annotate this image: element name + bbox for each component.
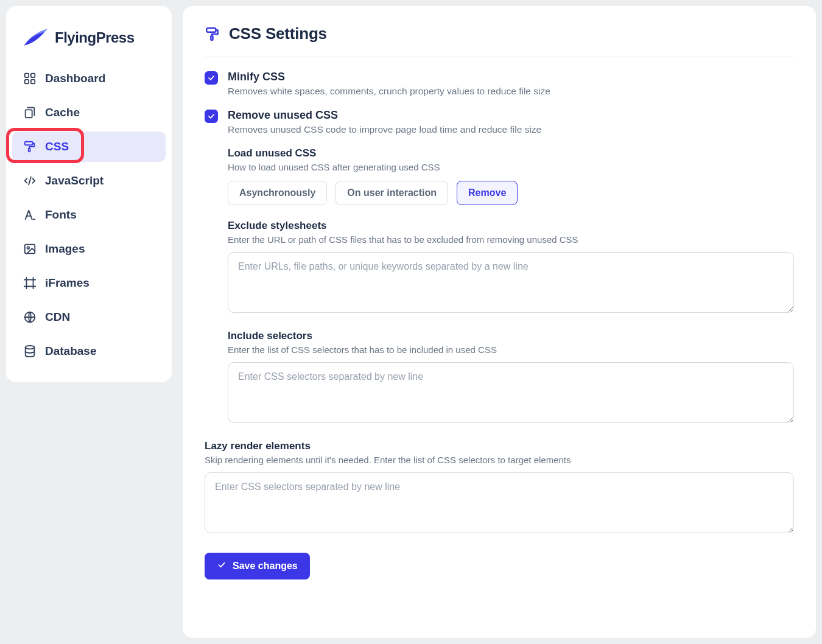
dashboard-icon — [23, 72, 37, 85]
svg-point-11 — [27, 247, 29, 249]
option-asynchronously[interactable]: Asynchronously — [228, 181, 327, 205]
svg-rect-20 — [211, 36, 213, 40]
sidebar-item-label: CDN — [45, 310, 70, 324]
setting-exclude-stylesheets: Exclude stylesheets Enter the URL or pat… — [228, 220, 794, 315]
sidebar-item-iframes[interactable]: iFrames — [12, 268, 166, 298]
include-selectors-textarea[interactable] — [228, 362, 794, 423]
cache-icon — [23, 106, 37, 119]
setting-body: Minify CSS Removes white spaces, comment… — [228, 71, 794, 97]
sidebar-item-database[interactable]: Database — [12, 336, 166, 366]
page-header: CSS Settings — [205, 24, 794, 57]
svg-rect-3 — [31, 80, 35, 83]
setting-include-selectors: Include selectors Enter the list of CSS … — [228, 330, 794, 425]
setting-title: Lazy render elements — [205, 440, 794, 452]
sidebar-item-dashboard[interactable]: Dashboard — [12, 63, 166, 94]
svg-rect-2 — [25, 80, 29, 83]
sidebar-item-javascript[interactable]: JavaScript — [12, 166, 166, 196]
flyingpress-logo-icon — [22, 26, 49, 50]
exclude-stylesheets-textarea[interactable] — [228, 252, 794, 313]
sub-setting-description: Enter the URL or path of CSS files that … — [228, 234, 794, 245]
svg-point-18 — [26, 346, 35, 349]
save-changes-button[interactable]: Save changes — [205, 553, 310, 579]
page-title: CSS Settings — [229, 24, 327, 43]
sidebar-item-label: Database — [45, 345, 97, 358]
brand-name: FlyingPress — [55, 29, 135, 46]
check-icon — [217, 560, 227, 572]
sidebar-item-label: Fonts — [45, 208, 77, 222]
sidebar-item-label: JavaScript — [45, 174, 104, 187]
sidebar-nav: Dashboard Cache CSS JavaScript Fo — [12, 63, 166, 366]
sidebar-item-label: Dashboard — [45, 72, 105, 85]
image-icon — [23, 242, 37, 256]
fonts-icon — [23, 208, 37, 222]
code-icon — [23, 174, 37, 187]
svg-line-7 — [29, 177, 31, 185]
svg-rect-5 — [25, 142, 33, 145]
setting-description: Removes unused CSS code to improve page … — [228, 124, 794, 135]
setting-minify-css: Minify CSS Removes white spaces, comment… — [205, 71, 794, 97]
save-button-label: Save changes — [233, 561, 298, 572]
remove-unused-css-checkbox[interactable] — [205, 110, 218, 123]
frame-icon — [23, 276, 37, 290]
paint-roller-icon — [23, 140, 37, 153]
brand-logo: FlyingPress — [12, 18, 166, 63]
sidebar-item-cache[interactable]: Cache — [12, 97, 166, 128]
sidebar-item-images[interactable]: Images — [12, 234, 166, 264]
sub-setting-description: Enter the list of CSS selectors that has… — [228, 345, 794, 355]
svg-rect-4 — [26, 110, 32, 117]
sub-setting-description: How to load unused CSS after generating … — [228, 162, 794, 172]
setting-lazy-render: Lazy render elements Skip rendering elem… — [205, 440, 794, 536]
svg-rect-0 — [25, 74, 29, 77]
globe-icon — [23, 310, 37, 324]
sidebar: FlyingPress Dashboard Cache CSS — [6, 6, 172, 382]
sidebar-item-label: Images — [45, 242, 85, 256]
sidebar-item-css[interactable]: CSS — [12, 131, 166, 162]
sidebar-item-label: Cache — [45, 106, 80, 119]
lazy-render-textarea[interactable] — [205, 472, 794, 533]
sub-setting-title: Include selectors — [228, 330, 794, 342]
option-remove[interactable]: Remove — [457, 181, 518, 205]
setting-title: Minify CSS — [228, 71, 794, 83]
setting-description: Skip rendering elements until it's neede… — [205, 455, 794, 465]
sub-setting-title: Exclude stylesheets — [228, 220, 794, 232]
sidebar-item-cdn[interactable]: CDN — [12, 302, 166, 332]
minify-css-checkbox[interactable] — [205, 71, 218, 85]
setting-description: Removes white spaces, comments, crunch p… — [228, 86, 794, 97]
sidebar-item-label: CSS — [45, 140, 69, 153]
sidebar-item-fonts[interactable]: Fonts — [12, 200, 166, 230]
load-unused-options: Asynchronously On user interaction Remov… — [228, 181, 794, 205]
setting-load-unused-css: Load unused CSS How to load unused CSS a… — [228, 147, 794, 205]
sidebar-item-label: iFrames — [45, 276, 90, 290]
svg-rect-6 — [29, 149, 30, 152]
setting-remove-unused-css: Remove unused CSS Removes unused CSS cod… — [205, 109, 794, 135]
option-on-user-interaction[interactable]: On user interaction — [335, 181, 448, 205]
setting-title: Remove unused CSS — [228, 109, 794, 122]
database-icon — [23, 345, 37, 358]
main-panel: CSS Settings Minify CSS Removes white sp… — [183, 6, 816, 638]
sub-setting-title: Load unused CSS — [228, 147, 794, 159]
paint-roller-icon — [205, 26, 220, 42]
setting-body: Remove unused CSS Removes unused CSS cod… — [228, 109, 794, 135]
svg-rect-19 — [206, 28, 216, 32]
svg-rect-1 — [31, 74, 35, 77]
